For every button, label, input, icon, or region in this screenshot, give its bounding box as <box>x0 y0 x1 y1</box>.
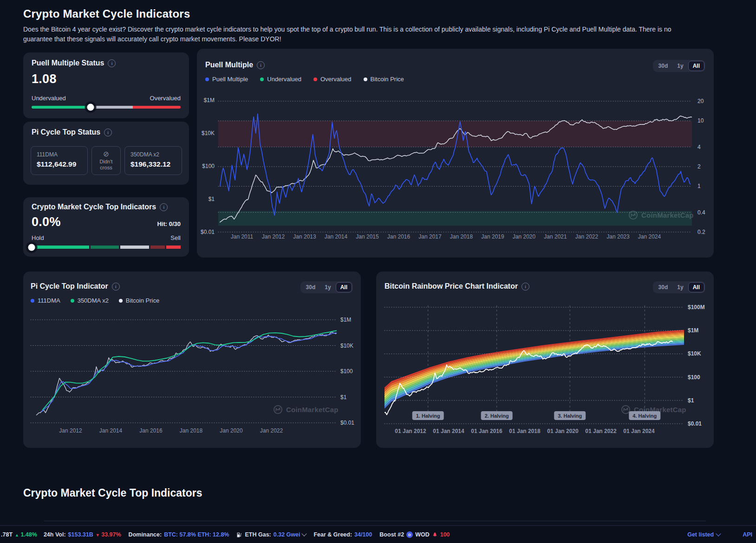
gauge-segment <box>120 246 149 249</box>
cycle-top-value: 0.0% <box>32 215 61 229</box>
svg-text:Jan 2014: Jan 2014 <box>99 427 123 434</box>
fear-greed-label: Fear & Greed: <box>313 531 352 538</box>
dma111-box: 111DMA $112,642.99 <box>31 146 88 175</box>
legend-dot <box>119 299 123 303</box>
info-icon[interactable] <box>521 283 529 291</box>
svg-text:1. Halving: 1. Halving <box>416 413 440 419</box>
legend-dot <box>31 299 34 303</box>
info-icon[interactable] <box>104 129 112 136</box>
didnt-cross-box: ⊘ Didn't cross <box>91 146 121 175</box>
range-button-all[interactable]: All <box>336 282 352 292</box>
dma350x2-value: $196,332.12 <box>130 160 176 168</box>
legend-item[interactable]: Bitcoin Price <box>119 297 159 304</box>
svg-text:1: 1 <box>697 183 701 189</box>
pi-cycle-chart-card: CoinMarketCap $1M$10K$100$1$0.01Jan 2012… <box>23 272 361 448</box>
svg-text:$1: $1 <box>688 397 694 404</box>
pi-cycle-status-card: Pi Cycle Top Status 111DMA $112,642.99 ⊘… <box>23 122 189 185</box>
legend-item[interactable]: 350DMA x2 <box>71 297 109 304</box>
svg-text:20: 20 <box>697 98 704 104</box>
gauge-segment <box>150 246 165 249</box>
svg-text:01 Jan 2020: 01 Jan 2020 <box>547 428 579 434</box>
legend-item[interactable]: 111DMA <box>31 297 60 304</box>
svg-text:$1M: $1M <box>204 97 215 103</box>
pi-cycle-chart-legend: 111DMA 350DMA x2 Bitcoin Price <box>31 297 159 304</box>
undervalued-label: Undervalued <box>32 95 66 102</box>
legend-dot <box>205 78 209 81</box>
info-icon[interactable] <box>257 61 265 69</box>
svg-text:Jan 2019: Jan 2019 <box>481 233 504 240</box>
hold-label: Hold <box>32 234 44 241</box>
gas-pump-icon <box>236 532 242 538</box>
eth-gas-stat[interactable]: ETH Gas: 0.32 Gwei <box>236 531 306 538</box>
svg-text:$10K: $10K <box>340 343 353 349</box>
info-icon[interactable] <box>108 59 116 67</box>
section-title: Crypto Market Cycle Top Indicators <box>23 487 202 499</box>
table-divider <box>44 507 706 521</box>
svg-text:01 Jan 2016: 01 Jan 2016 <box>471 428 502 434</box>
volume-stat[interactable]: 24h Vol: $153.31B ▼ 33.97% <box>44 531 121 538</box>
volume-label: 24h Vol: <box>44 531 66 538</box>
range-button-30d[interactable]: 30d <box>301 282 320 292</box>
legend-label: 111DMA <box>38 297 60 304</box>
pi-cycle-status-title: Pi Cycle Top Status <box>32 128 112 136</box>
svg-text:01 Jan 2022: 01 Jan 2022 <box>585 428 617 434</box>
puell-status-card: Puell Multiple Status 1.08 Undervalued O… <box>23 52 189 118</box>
puell-chart-legend: Puell Multiple Undervalued Overvalued Bi… <box>205 76 404 83</box>
no-cross-icon: ⊘ <box>103 150 109 157</box>
puell-status-gauge <box>32 106 181 109</box>
puell-chart-card: CoinMarketCap 20104210.40.2$1M$10K$100$1… <box>197 49 714 258</box>
range-button-30d[interactable]: 30d <box>654 61 673 71</box>
market-cap-change: 1.48% <box>20 531 37 538</box>
svg-text:Jan 2023: Jan 2023 <box>606 233 630 240</box>
api-link[interactable]: API <box>743 531 752 538</box>
legend-item[interactable]: Puell Multiple <box>205 76 248 83</box>
market-cap-value: .78T <box>1 531 13 538</box>
legend-item[interactable]: Undervalued <box>260 76 301 83</box>
boost-score: 100 <box>440 531 450 538</box>
boost-stat[interactable]: Boost #2 D WOD 100 <box>379 531 450 538</box>
global-stats-bar: .78T ▲ 1.48% 24h Vol: $153.31B ▼ 33.97% … <box>0 525 756 543</box>
market-cap-stat[interactable]: .78T ▲ 1.48% <box>1 531 37 538</box>
dominance-stat[interactable]: Dominance: BTC: 57.8% ETH: 12.8% <box>129 531 229 538</box>
info-icon[interactable] <box>160 203 168 211</box>
svg-text:$1M: $1M <box>688 327 698 334</box>
legend-item[interactable]: Bitcoin Price <box>364 76 404 83</box>
fear-greed-stat[interactable]: Fear & Greed: 34/100 <box>313 531 372 538</box>
svg-text:Jan 2012: Jan 2012 <box>59 427 82 434</box>
hold-sell-gauge-knob <box>28 244 35 251</box>
range-button-1y[interactable]: 1y <box>672 282 688 292</box>
svg-text:Jan 2020: Jan 2020 <box>220 427 243 434</box>
hit-label: Hit: <box>157 220 167 227</box>
svg-text:Jan 2022: Jan 2022 <box>260 427 283 434</box>
rainbow-chart-canvas[interactable]: $100M$1M$10K$100$1$0.0101 Jan 201201 Jan… <box>376 272 714 448</box>
puell-chart-title: Puell Multiple <box>205 61 265 69</box>
cycle-top-indicators-title: Crypto Market Cycle Top Indicators <box>32 203 168 211</box>
range-button-all[interactable]: All <box>688 282 704 292</box>
range-button-30d[interactable]: 30d <box>654 282 673 292</box>
didnt-cross-label: Didn't cross <box>95 159 117 171</box>
svg-text:$0.01: $0.01 <box>340 420 354 426</box>
rocket-icon <box>432 532 438 538</box>
sell-label: Sell <box>170 234 181 241</box>
svg-text:01 Jan 2012: 01 Jan 2012 <box>395 428 426 434</box>
svg-text:Jan 2018: Jan 2018 <box>450 233 473 240</box>
svg-text:Jan 2022: Jan 2022 <box>575 233 599 240</box>
chevron-down-icon[interactable] <box>302 531 307 536</box>
range-button-1y[interactable]: 1y <box>672 61 688 71</box>
svg-text:01 Jan 2018: 01 Jan 2018 <box>509 428 541 434</box>
boost-label: Boost #2 <box>379 531 404 538</box>
range-button-1y[interactable]: 1y <box>320 282 335 292</box>
range-button-all[interactable]: All <box>688 61 704 71</box>
info-icon[interactable] <box>112 283 120 291</box>
legend-item[interactable]: Overvalued <box>313 76 351 83</box>
svg-text:Jan 2021: Jan 2021 <box>544 233 567 240</box>
svg-text:Jan 2016: Jan 2016 <box>139 427 163 434</box>
wod-coin-icon: D <box>406 531 413 538</box>
legend-label: Puell Multiple <box>212 76 248 83</box>
gauge-segment <box>166 246 181 249</box>
gauge-segment <box>32 246 89 249</box>
crypto-cycle-indicators-page: Crypto Market Cycle Indicators Does the … <box>0 0 756 543</box>
pi-cycle-chart-title: Pi Cycle Top Indicator <box>31 282 120 291</box>
page-title: Crypto Market Cycle Indicators <box>23 7 190 20</box>
get-listed-link[interactable]: Get listed <box>687 531 720 538</box>
